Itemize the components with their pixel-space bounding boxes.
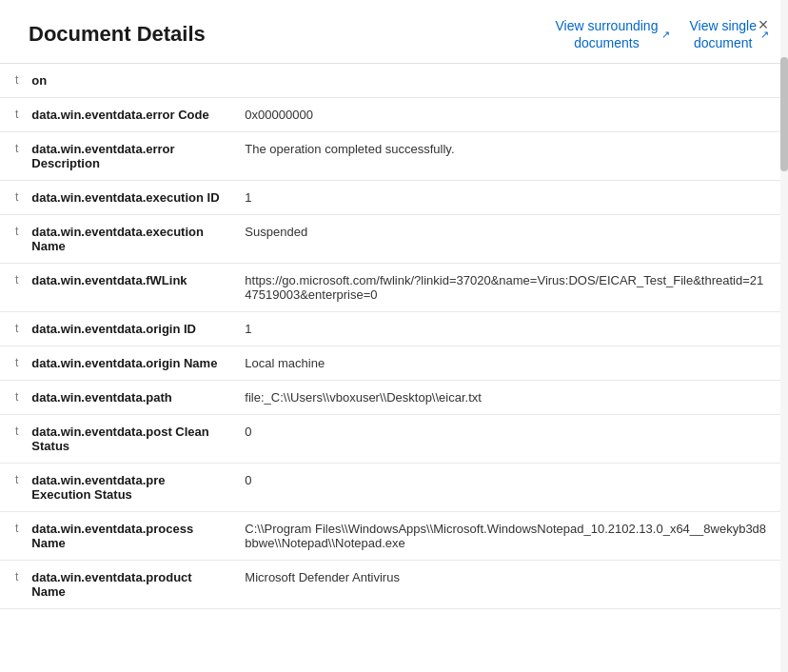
field-name-cell: data.win.eventdata.fWLink [24,264,233,312]
value-cell: file:_C:\\Users\\vboxuser\\Desktop\\eica… [233,381,780,415]
type-cell: t [0,512,24,561]
header-actions: View surroundingdocuments ↗ View singled… [556,17,769,51]
field-name-cell: data.win.eventdata.path [24,381,233,415]
field-name-cell: data.win.eventdata.pre Execution Status [24,464,233,512]
field-name-cell: data.win.eventdata.process Name [24,512,233,561]
value-cell [233,64,780,98]
value-cell: 1 [233,181,780,215]
value-cell: 1 [233,312,780,346]
field-name-cell: data.win.eventdata.origin Name [24,346,233,381]
type-cell: t [0,312,24,346]
field-name-cell: data.win.eventdata.error Description [24,132,233,181]
table-container: tontdata.win.eventdata.error Code0x00000… [0,64,788,609]
details-table: tontdata.win.eventdata.error Code0x00000… [0,64,780,609]
field-name-cell: data.win.eventdata.product Name [24,561,233,609]
value-cell: 0 [233,464,780,512]
type-cell: t [0,264,24,312]
table-row: tdata.win.eventdata.origin NameLocal mac… [0,346,780,381]
scrollbar-thumb[interactable] [780,57,788,171]
table-row: tdata.win.eventdata.product NameMicrosof… [0,561,780,609]
value-cell: Microsoft Defender Antivirus [233,561,780,609]
field-name-cell: data.win.eventdata.post Clean Status [24,415,233,464]
field-name-cell: on [24,64,233,98]
table-row: tdata.win.eventdata.post Clean Status0 [0,415,780,464]
type-cell: t [0,215,24,264]
scrollbar-track[interactable] [780,0,788,672]
value-cell: Local machine [233,346,780,381]
type-cell: t [0,98,24,132]
type-cell: t [0,464,24,512]
table-row: tdata.win.eventdata.execution ID1 [0,181,780,215]
type-cell: t [0,415,24,464]
table-row: tdata.win.eventdata.execution NameSuspen… [0,215,780,264]
table-row: tdata.win.eventdata.pathfile:_C:\\Users\… [0,381,780,415]
type-cell: t [0,381,24,415]
value-cell: Suspended [233,215,780,264]
type-cell: t [0,132,24,181]
field-name-cell: data.win.eventdata.origin ID [24,312,233,346]
panel-header: Document Details View surroundingdocumen… [0,0,788,64]
table-row: tdata.win.eventdata.fWLinkhttps://go.mic… [0,264,780,312]
type-cell: t [0,346,24,381]
table-row: ton [0,64,780,98]
table-row: tdata.win.eventdata.process NameC:\\Prog… [0,512,780,561]
panel-title: Document Details [29,22,206,47]
field-name-cell: data.win.eventdata.execution ID [24,181,233,215]
value-cell: C:\\Program Files\\WindowsApps\\Microsof… [233,512,780,561]
table-row: tdata.win.eventdata.error DescriptionThe… [0,132,780,181]
value-cell: https://go.microsoft.com/fwlink/?linkid=… [233,264,780,312]
field-name-cell: data.win.eventdata.error Code [24,98,233,132]
document-details-panel: Document Details View surroundingdocumen… [0,0,788,672]
field-name-cell: data.win.eventdata.execution Name [24,215,233,264]
close-button[interactable]: × [752,13,775,36]
table-row: tdata.win.eventdata.origin ID1 [0,312,780,346]
value-cell: 0 [233,415,780,464]
table-row: tdata.win.eventdata.error Code0x00000000 [0,98,780,132]
external-link-icon-1: ↗ [661,28,670,41]
table-row: tdata.win.eventdata.pre Execution Status… [0,464,780,512]
type-cell: t [0,64,24,98]
view-surrounding-documents-link[interactable]: View surroundingdocuments ↗ [556,17,671,51]
type-cell: t [0,561,24,609]
type-cell: t [0,181,24,215]
value-cell: 0x00000000 [233,98,780,132]
value-cell: The operation completed successfully. [233,132,780,181]
